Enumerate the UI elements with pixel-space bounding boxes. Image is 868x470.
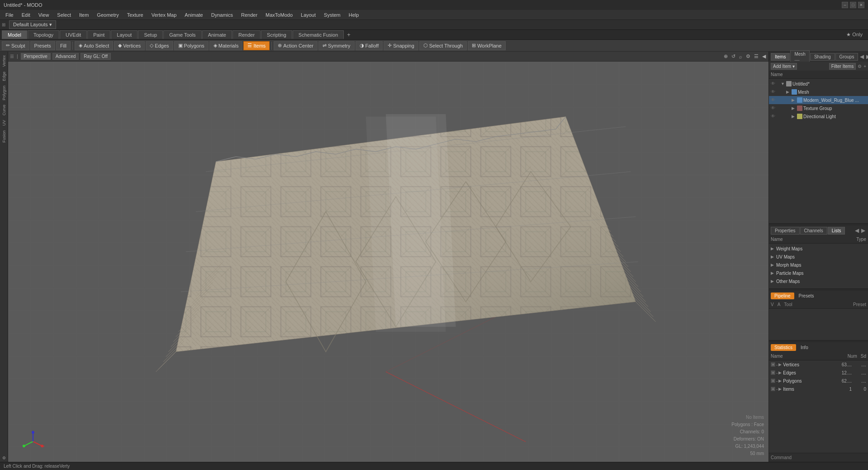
items-settings-icon[interactable]: ⚙ <box>858 64 862 69</box>
menu-edit[interactable]: Edit <box>18 11 34 19</box>
minimize-button[interactable]: – <box>842 2 848 8</box>
layout-dropdown[interactable]: Default Layouts ▾ <box>9 20 56 29</box>
star-only-button[interactable]: ★ Only <box>843 30 866 39</box>
expand-texgroup[interactable]: ▶ <box>792 106 796 110</box>
items-add-icon[interactable]: + <box>863 64 866 69</box>
eye-icon-mesh[interactable]: 👁 <box>771 89 776 95</box>
menu-help[interactable]: Help <box>345 11 363 19</box>
left-tab-polygon[interactable]: Polygon <box>1 84 7 102</box>
stats-row-edges[interactable]: + - ▶ Edges 12.... .... <box>769 369 868 377</box>
viewport-nav-4[interactable]: ⚙ <box>746 53 750 59</box>
stats-tab-info[interactable]: Info <box>797 344 812 351</box>
stats-row-vertices[interactable]: + - ▶ Vertices 63.... .... <box>769 360 868 369</box>
viewport-menu-icon[interactable]: ☰ <box>10 54 14 59</box>
menu-item[interactable]: Item <box>76 11 92 19</box>
tab-animate[interactable]: Animate <box>202 30 232 39</box>
tab-uvedit[interactable]: UVEdit <box>60 30 87 39</box>
lists-tab-channels[interactable]: Channels <box>800 227 827 235</box>
panel-tab-groups[interactable]: Groups <box>835 53 859 61</box>
panel-tab-shading[interactable]: Shading <box>810 53 835 61</box>
viewport[interactable]: No Items Polygons : Face Channels: 0 Def… <box>8 62 768 462</box>
auto-select-button[interactable]: ◈ Auto Select <box>75 41 113 50</box>
vertices-expand-icon[interactable]: ▶ <box>778 362 782 367</box>
list-item-uv-maps[interactable]: ▶ UV Maps <box>769 253 868 261</box>
stats-row-items[interactable]: + - ▶ Items 1 0 <box>769 385 868 393</box>
expand-rug[interactable]: ▶ <box>792 98 796 102</box>
panel-tab-mesh[interactable]: Mesh .... <box>790 50 809 63</box>
tab-setup[interactable]: Setup <box>138 30 163 39</box>
select-through-button[interactable]: ⬡ Select Through <box>419 41 467 50</box>
polygons-button[interactable]: ▣ Polygons <box>174 41 209 50</box>
presets-tab[interactable]: Presets <box>795 293 818 299</box>
stats-add-items[interactable]: + <box>771 387 775 391</box>
menu-geometry[interactable]: Geometry <box>93 11 122 19</box>
tree-row-light[interactable]: 👁 ▶ Directional Light <box>769 112 868 120</box>
panel-expand-left[interactable]: ◀ <box>859 53 865 60</box>
list-item-particle-maps[interactable]: ▶ Particle Maps <box>769 269 868 277</box>
add-tab-button[interactable]: + <box>344 30 353 39</box>
view-perspective-button[interactable]: Perspective <box>21 53 51 60</box>
workplane-button[interactable]: ⊞ WorkPlane <box>468 41 506 50</box>
tab-game-tools[interactable]: Game Tools <box>163 30 202 39</box>
viewport-nav-6[interactable]: ◀ <box>762 53 766 59</box>
menu-render[interactable]: Render <box>237 11 261 19</box>
uv-maps-expand-icon[interactable]: ▶ <box>771 254 774 259</box>
panel-tab-items[interactable]: Items <box>771 53 790 61</box>
add-item-button[interactable]: Add Item ▾ <box>771 63 797 70</box>
stats-tab-statistics[interactable]: Statistics <box>771 344 796 351</box>
items-button[interactable]: ☰ Items <box>243 41 270 50</box>
close-button[interactable]: ✕ <box>858 2 864 8</box>
weight-maps-expand-icon[interactable]: ▶ <box>771 246 774 251</box>
stats-row-polygons[interactable]: + - ▶ Polygons 62.... .... <box>769 377 868 385</box>
polygons-expand-icon[interactable]: ▶ <box>778 379 782 383</box>
presets-button[interactable]: Presets <box>30 41 55 50</box>
left-tab-edge[interactable]: Edge <box>1 70 7 83</box>
left-tab-vertex[interactable]: Vertex <box>1 53 7 69</box>
particle-maps-expand-icon[interactable]: ▶ <box>771 271 774 275</box>
menu-animate[interactable]: Animate <box>181 11 206 19</box>
lists-tab-lists[interactable]: Lists <box>828 227 845 235</box>
lists-expand-right[interactable]: ▶ <box>860 227 866 234</box>
edges-button[interactable]: ◇ Edges <box>146 41 173 50</box>
edges-expand-icon[interactable]: ▶ <box>778 370 782 375</box>
left-tab-bottom[interactable]: ⚙ <box>1 454 7 462</box>
fill-button[interactable]: Fill <box>56 41 71 50</box>
panel-expand-right[interactable]: ▶ <box>865 53 868 60</box>
tree-row-scene[interactable]: 👁 ▼ Untitled* <box>769 80 868 88</box>
viewport-nav-2[interactable]: ↺ <box>731 53 735 59</box>
stats-add-vertices[interactable]: + <box>771 362 775 367</box>
left-tab-fusion[interactable]: Fusion <box>1 129 7 144</box>
tab-topology[interactable]: Topology <box>28 30 59 39</box>
menu-layout[interactable]: Layout <box>297 11 319 19</box>
menu-texture[interactable]: Texture <box>123 11 147 19</box>
materials-button[interactable]: ◈ Materials <box>209 41 243 50</box>
left-tab-curve[interactable]: Curve <box>1 103 7 117</box>
action-center-button[interactable]: ⊕ Action Center <box>274 41 318 50</box>
items-expand-icon[interactable]: ▶ <box>778 387 782 391</box>
maximize-button[interactable]: □ <box>850 2 856 8</box>
falloff-button[interactable]: ◑ Falloff <box>356 41 383 50</box>
eye-icon-rug[interactable]: 👁 <box>771 97 776 103</box>
list-item-morph-maps[interactable]: ▶ Morph Maps <box>769 261 868 269</box>
pipeline-tab[interactable]: Pipeline <box>771 293 794 299</box>
lists-expand-left[interactable]: ◀ <box>854 227 860 234</box>
viewport-nav-3[interactable]: ⌕ <box>739 54 742 59</box>
stats-add-polygons[interactable]: + <box>771 379 775 383</box>
tab-layout[interactable]: Layout <box>111 30 138 39</box>
tab-schematic[interactable]: Schematic Fusion <box>293 30 344 39</box>
menu-vertex-map[interactable]: Vertex Map <box>148 11 180 19</box>
lists-tab-properties[interactable]: Properties <box>771 227 800 235</box>
expand-light[interactable]: ▶ <box>792 114 796 119</box>
tab-model[interactable]: Model <box>2 30 27 39</box>
menu-select[interactable]: Select <box>53 11 75 19</box>
stats-add-edges[interactable]: + <box>771 370 775 375</box>
eye-icon-scene[interactable]: 👁 <box>771 81 776 86</box>
menu-dynamics[interactable]: Dynamics <box>208 11 237 19</box>
menu-view[interactable]: View <box>35 11 53 19</box>
list-item-other-maps[interactable]: ▶ Other Maps <box>769 277 868 285</box>
symmetry-button[interactable]: ⇌ Symmetry <box>318 41 355 50</box>
list-item-weight-maps[interactable]: ▶ Weight Maps <box>769 245 868 253</box>
view-advanced-button[interactable]: Advanced <box>52 53 79 60</box>
snapping-button[interactable]: ✛ Snapping <box>384 41 418 50</box>
menu-maxtomodo[interactable]: MaxToModo <box>262 11 296 19</box>
